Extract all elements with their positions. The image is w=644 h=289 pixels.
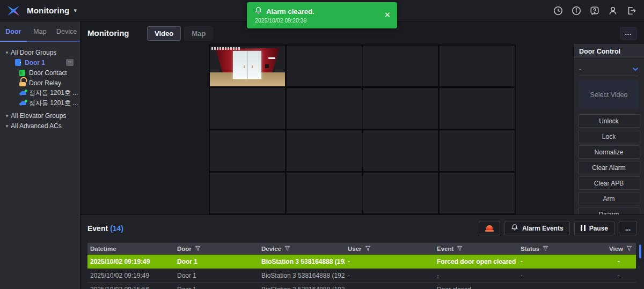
tab-door[interactable]: Door [0,28,27,35]
event-table: Datetime Door Device User Event Status V… [87,243,636,289]
filter-icon[interactable] [365,246,371,253]
door-control-panel: Door Control - Select Video Unlock Lock … [573,44,644,214]
empty-video-cell[interactable] [363,88,438,129]
camera-osd-overlay [211,47,240,50]
event-row-highlighted[interactable]: 2025/10/02 09:19:49 Door 1 BioStation 3 … [87,255,636,269]
door-contact-icon [19,69,26,76]
filter-icon[interactable] [457,246,463,253]
siren-icon [485,225,494,232]
video-area [80,44,573,214]
app-title-chevron-down-icon[interactable]: ▾ [74,7,77,14]
tree-group-all-door-groups[interactable]: ▾ All Door Groups [3,47,78,57]
arm-button[interactable]: Arm [578,192,640,205]
event-row[interactable]: 2025/10/02 09:15:56 Door 1 BioStation 3 … [87,283,636,289]
filter-icon[interactable] [543,246,548,253]
event-table-scrollbar[interactable] [639,244,641,258]
empty-video-cell[interactable] [287,88,362,129]
event-count: (14) [110,224,123,233]
pause-icon [581,225,586,231]
event-title: Event(14) [87,224,123,233]
chevron-down-icon[interactable]: ▾ [3,113,11,118]
lock-button[interactable]: Lock [578,130,640,143]
normalize-button[interactable]: Normalize [578,145,640,159]
video-view-button[interactable]: Video [147,26,181,41]
user-icon[interactable] [608,5,618,16]
help-icon[interactable] [589,5,600,16]
tree-item-door-contact[interactable]: Door Contact [3,68,78,78]
collapse-minus-button[interactable]: − [66,59,74,66]
empty-video-cell[interactable] [440,88,515,129]
tab-map[interactable]: Map [27,28,54,35]
tab-device[interactable]: Device [53,28,80,35]
left-sidebar: Door Map Device ▾ All Door Groups Door 1… [0,21,80,289]
empty-video-cell[interactable] [287,130,362,171]
empty-video-cell[interactable] [440,46,515,86]
event-row[interactable]: 2025/10/02 09:19:49 Door 1 BioStation 3 … [87,269,636,283]
door-icon [15,59,22,66]
video-grid [209,45,516,214]
door-control-buttons: Unlock Lock Normalize Clear Alarm Clear … [574,114,644,221]
filter-icon[interactable] [284,246,290,253]
app-title: Monitoring [27,6,69,15]
empty-video-cell[interactable] [440,130,515,171]
monitoring-more-button[interactable]: ... [620,27,637,40]
filter-icon[interactable] [195,246,201,253]
lock-icon [19,79,26,86]
event-more-button[interactable]: ... [619,221,637,235]
empty-video-cell[interactable] [210,173,285,213]
alarm-events-button[interactable]: Alarm Events [504,221,570,235]
bell-icon [511,224,518,233]
door-control-title: Door Control [574,44,644,59]
info-icon[interactable] [571,5,582,16]
event-toolbar: Alarm Events Pause ... [479,221,637,235]
camera-feed-sign [268,57,275,59]
unlock-button[interactable]: Unlock [578,114,640,128]
camera-feed-cell[interactable] [210,46,285,86]
empty-video-cell[interactable] [210,130,285,171]
clock-icon[interactable] [553,5,564,16]
empty-video-cell[interactable] [363,173,438,213]
logout-icon[interactable] [626,5,636,16]
select-video-box[interactable]: Select Video [579,80,639,109]
empty-video-cell[interactable] [363,46,438,86]
toast-alarm-cleared: Alarm cleared. 2025/10/02 09:20:39 ✕ [247,2,397,28]
door-select-dropdown[interactable]: - [579,62,639,76]
tree-group-all-advanced-acs[interactable]: ▾ All Advanced ACs [3,121,78,131]
empty-video-cell[interactable] [210,88,285,129]
toast-close-icon[interactable]: ✕ [384,11,391,19]
chevron-down-icon[interactable]: ▾ [3,50,11,55]
tree-item-door-1[interactable]: Door 1 − [3,57,78,68]
empty-video-cell[interactable] [287,46,362,86]
app-logo-icon [6,4,20,18]
event-table-header: Datetime Door Device User Event Status V… [87,243,636,255]
empty-video-cell[interactable] [287,173,362,213]
clear-apb-button[interactable]: Clear APB [578,176,640,190]
bell-icon [254,6,262,16]
empty-video-cell[interactable] [363,130,438,171]
pause-button[interactable]: Pause [574,221,614,235]
chevron-down-icon [632,67,639,71]
camera-feed-door [233,51,261,79]
map-view-button[interactable]: Map [184,26,213,41]
empty-video-cell[interactable] [440,173,515,213]
sidebar-tabs: Door Map Device [0,21,80,42]
page-title: Monitoring [87,28,129,38]
tree-item-door-relay[interactable]: Door Relay [3,78,78,88]
toast-timestamp: 2025/10/02 09:20:39 [255,17,391,24]
view-toggle: Video Map [147,26,213,41]
camera-feed-intercom [265,64,269,68]
clear-alarm-button[interactable]: Clear Alarm [578,161,640,174]
filter-icon[interactable] [626,246,632,253]
tree-group-all-elevator-groups[interactable]: ▾ All Elevator Groups [3,110,78,121]
chevron-down-icon[interactable]: ▾ [3,123,11,129]
camera-icon [19,100,26,107]
alarm-siren-button[interactable] [479,221,500,235]
door-tree: ▾ All Door Groups Door 1 − Door Contact … [0,42,80,131]
event-panel: Event(14) Alarm Events Pause ... Datetim… [80,214,644,289]
tree-item-camera-2[interactable]: 정자동 1201호 ... [3,98,78,108]
door-select-value: - [579,65,581,73]
tree-item-camera-1[interactable]: 정자동 1201호 ... [3,88,78,98]
camera-icon [19,90,26,97]
toast-title: Alarm cleared. [266,8,314,16]
